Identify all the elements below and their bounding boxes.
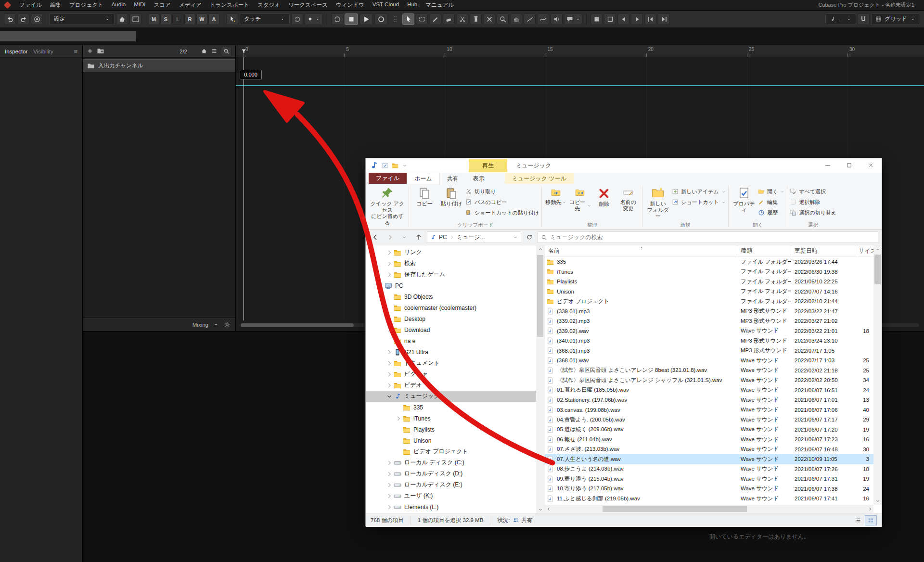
record-button[interactable] <box>374 13 388 25</box>
back-button[interactable] <box>369 231 382 243</box>
chevron-right-icon[interactable] <box>386 371 393 378</box>
quantize-dropdown[interactable]: - <box>825 13 856 25</box>
redo-button[interactable] <box>17 13 29 25</box>
quick-access-caret-icon[interactable] <box>402 163 408 168</box>
tab-view[interactable]: 表示 <box>466 173 492 184</box>
chevron-right-icon[interactable] <box>386 260 393 267</box>
tree-item[interactable]: S21 Ultra <box>366 346 536 358</box>
tree-item[interactable]: 保存したゲーム <box>366 269 536 280</box>
move-to-button[interactable]: 移動先 <box>544 184 567 205</box>
tree-item[interactable]: coolermaster (coolermaster) <box>366 302 536 313</box>
breadcrumb-pc[interactable]: PC <box>439 234 447 241</box>
workspace-button[interactable] <box>116 13 128 25</box>
quick-access-folder-icon[interactable] <box>392 162 398 169</box>
chevron-right-icon[interactable] <box>386 349 393 356</box>
playhead-marker-icon[interactable] <box>241 48 247 54</box>
refresh-button[interactable] <box>523 231 536 243</box>
grid-type-dropdown[interactable]: グリッド <box>871 13 920 25</box>
file-row[interactable]: 09.寄り添う (215.04b).wavWave サウンド2021/06/07… <box>545 474 882 484</box>
file-row[interactable]: 05.道は続く (209.06b).wavWave サウンド2021/06/07… <box>545 425 882 435</box>
tab-inspector[interactable]: Inspector <box>5 49 27 54</box>
details-view-button[interactable] <box>852 515 864 525</box>
tree-item[interactable]: Desktop <box>366 313 536 324</box>
select-none-button[interactable]: 選択解除 <box>790 198 836 206</box>
tree-item[interactable]: ピクチャ <box>366 369 536 380</box>
trim-start-button[interactable] <box>644 13 656 25</box>
auto-punch-button[interactable] <box>291 13 303 25</box>
cut-button[interactable]: 切り取り <box>465 187 539 196</box>
scrollbar-thumb[interactable] <box>874 255 881 284</box>
contextual-tab-play[interactable]: 再生 <box>469 159 507 172</box>
track-row-io-channel[interactable]: 入出力チャンネル <box>83 59 235 72</box>
properties-button[interactable]: プロパティ <box>731 184 757 213</box>
glue-tool[interactable] <box>470 13 482 25</box>
shortcut-button[interactable]: ショートカット <box>672 198 726 206</box>
curve-tool[interactable] <box>537 13 549 25</box>
breadcrumb-current[interactable]: ミュージ... <box>457 233 485 242</box>
copy-to-button[interactable]: コピー先 <box>568 184 591 212</box>
file-row[interactable]: 07.さざ波. (213.03b).wavWave サウンド2021/06/07… <box>545 445 882 455</box>
paste-button[interactable]: 貼り付け <box>438 184 464 207</box>
tree-item[interactable]: PC <box>366 280 536 291</box>
tree-item[interactable]: 3D Objects <box>366 291 536 302</box>
chevron-right-icon[interactable] <box>386 460 393 466</box>
close-button[interactable] <box>860 158 882 172</box>
file-row[interactable]: (368.01).wavWave サウンド2022/07/17 1:0325 <box>545 356 882 366</box>
file-row[interactable]: (340.01).mp3MP3 形式サウンド2022/03/24 23:10 <box>545 336 882 346</box>
tab-share[interactable]: 共有 <box>440 173 466 184</box>
zoom-tool[interactable] <box>497 13 509 25</box>
gear-icon[interactable] <box>224 321 231 328</box>
tree-item[interactable]: リンク <box>366 247 536 258</box>
tree-item[interactable]: Unison <box>366 435 536 446</box>
history-button[interactable]: 履歴 <box>758 208 784 217</box>
hand-tool[interactable] <box>510 13 522 25</box>
setup-dropdown[interactable]: 設定 <box>50 13 115 25</box>
chevron-right-icon[interactable] <box>386 471 393 477</box>
menu-item[interactable]: メディア <box>179 1 202 9</box>
quick-access-properties-icon[interactable] <box>382 162 388 169</box>
tree-item[interactable]: Download <box>366 324 536 335</box>
scrollbar-thumb[interactable] <box>241 323 354 327</box>
tree-item[interactable]: ローカルディスク (E:) <box>366 479 536 490</box>
scrollbar-thumb[interactable] <box>603 506 747 512</box>
tree-item[interactable]: ユーザ (K:) <box>366 490 536 501</box>
chevron-right-icon[interactable] <box>386 493 393 499</box>
column-header-type[interactable]: 種類 <box>737 245 791 256</box>
new-folder-button[interactable]: 新しいフォルダー <box>645 184 671 220</box>
file-row[interactable]: ビデオ プロジェクトファイル フォルダー2022/02/10 21:44 <box>545 296 882 307</box>
constrain-delay-compensation-button[interactable] <box>31 13 43 25</box>
stop-button[interactable] <box>345 13 358 25</box>
tree-item[interactable]: Playlists <box>366 424 536 435</box>
copy-path-button[interactable]: パスのコピー <box>465 198 539 206</box>
chevron-right-icon[interactable] <box>395 415 402 422</box>
file-row[interactable]: (339.01).mp3MP3 形式サウンド2022/03/22 21:47 <box>545 307 882 317</box>
track-search-button[interactable] <box>221 47 231 56</box>
menu-item[interactable]: Hub <box>407 1 417 9</box>
menu-item[interactable]: Audio <box>112 1 126 9</box>
chevron-right-icon[interactable] <box>386 271 393 278</box>
maximize-button[interactable] <box>838 158 860 172</box>
chevron-down-icon[interactable] <box>386 393 393 400</box>
thumbnails-view-button[interactable] <box>865 515 877 525</box>
file-row[interactable]: (339.02).mp3MP3 形式サウンド2022/03/27 21:02 <box>545 316 882 326</box>
menu-item[interactable]: スコア <box>154 1 170 9</box>
state-button-L[interactable]: L <box>172 13 183 25</box>
scroll-down-icon[interactable] <box>874 497 881 504</box>
tab-visibility[interactable]: Visibility <box>33 49 53 54</box>
menu-item[interactable]: ワークスペース <box>288 1 328 9</box>
color-tool-dropdown[interactable] <box>564 13 582 25</box>
search-input[interactable] <box>550 234 875 241</box>
explorer-titlebar[interactable]: 再生 ミュージック <box>366 158 882 173</box>
tree-item[interactable]: ビデオ <box>366 380 536 391</box>
list-hscrollbar[interactable] <box>545 505 873 513</box>
tree-item[interactable]: ローカル ディスク (C:) <box>366 457 536 468</box>
file-row[interactable]: 08.歩こうよ (214.03b).wavWave サウンド2021/06/07… <box>545 464 882 474</box>
file-row[interactable]: (368.01).mp3MP3 形式サウンド2022/07/17 1:05 <box>545 346 882 356</box>
tree-item[interactable]: ローカルディスク (D:) <box>366 468 536 479</box>
file-row[interactable]: 10.寄り添う (217.05b).wavWave サウンド2021/06/07… <box>545 484 882 494</box>
tree-item[interactable]: 検索 <box>366 258 536 269</box>
scroll-right-icon[interactable] <box>866 505 873 512</box>
menu-item[interactable]: トランスポート <box>210 1 249 9</box>
edit-button[interactable]: 編集 <box>758 198 784 206</box>
file-row[interactable]: 02.Stationery. (197.06b).wavWave サウンド202… <box>545 395 882 405</box>
